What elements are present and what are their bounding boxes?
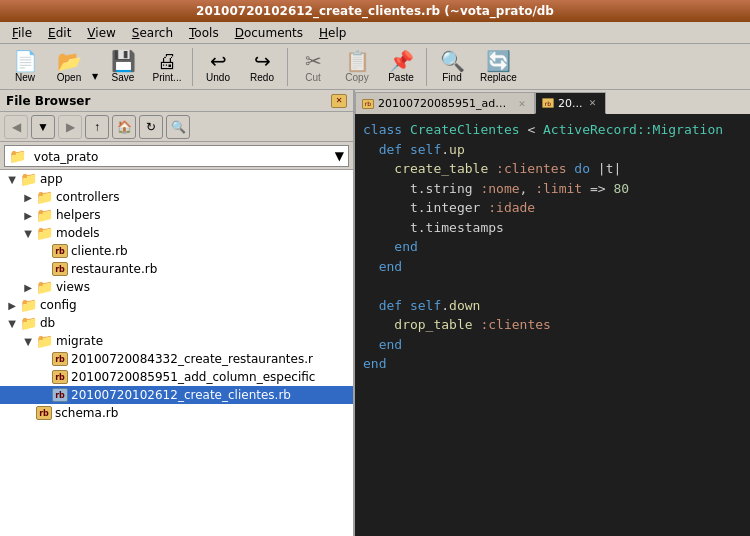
file-browser-header: File Browser ✕ [0, 90, 353, 112]
tab-ruby-icon-1: rb [362, 99, 374, 109]
code-line-1: class CreateClientes < ActiveRecord::Mig… [363, 120, 742, 140]
file-tree: ▼ 📁 app ▶ 📁 controllers ▶ 📁 helpers [0, 170, 353, 536]
print-icon: 🖨 [157, 51, 177, 71]
tree-label-file2: 20100720085951_add_column_especific [71, 370, 315, 384]
tree-arrow-schema [20, 408, 36, 419]
editor-tab-1[interactable]: rb 20100720085951_add_...idade_restauran… [355, 92, 535, 114]
tree-arrow-controllers[interactable]: ▶ [20, 192, 36, 203]
tree-item-config[interactable]: ▶ 📁 config [0, 296, 353, 314]
code-line-7: end [363, 237, 742, 257]
location-folder-icon: 📁 [9, 148, 26, 164]
new-icon: 📄 [13, 51, 38, 71]
tab-close-1[interactable]: ✕ [516, 98, 528, 110]
file-icon-file3: rb [52, 387, 68, 403]
tree-arrow-config[interactable]: ▶ [4, 300, 20, 311]
file-icon-restaurante: rb [52, 261, 68, 277]
title-bar: 20100720102612_create_clientes.rb (~vota… [0, 0, 750, 22]
new-button[interactable]: 📄 New [4, 46, 46, 88]
tree-item-schema[interactable]: rb schema.rb [0, 404, 353, 422]
tree-item-app[interactable]: ▼ 📁 app [0, 170, 353, 188]
menu-edit[interactable]: Edit [40, 24, 79, 42]
tree-item-file1[interactable]: rb 20100720084332_create_restaurantes.r [0, 350, 353, 368]
tree-item-helpers[interactable]: ▶ 📁 helpers [0, 206, 353, 224]
nav-home-button[interactable]: 🏠 [112, 115, 136, 139]
save-button[interactable]: 💾 Save [102, 46, 144, 88]
tree-arrow-restaurante [36, 264, 52, 275]
nav-up-button[interactable]: ↑ [85, 115, 109, 139]
tab-label-1: 20100720085951_add_...idade_restaurante.… [378, 97, 512, 110]
print-button[interactable]: 🖨 Print... [146, 46, 188, 88]
tree-item-file2[interactable]: rb 20100720085951_add_column_especific [0, 368, 353, 386]
code-line-3: create_table :clientes do |t| [363, 159, 742, 179]
cut-button[interactable]: ✂ Cut [292, 46, 334, 88]
code-line-8: end [363, 257, 742, 277]
file-browser-panel: File Browser ✕ ◀ ▼ ▶ ↑ 🏠 ↻ 🔍 📁 vota_prat… [0, 90, 355, 536]
tree-label-cliente: cliente.rb [71, 244, 128, 258]
folder-icon-helpers: 📁 [36, 207, 53, 223]
folder-icon-views: 📁 [36, 279, 53, 295]
tree-label-config: config [40, 298, 77, 312]
file-browser-close-button[interactable]: ✕ [331, 94, 347, 108]
tree-arrow-migrate[interactable]: ▼ [20, 336, 36, 347]
open-button[interactable]: 📂 Open [48, 46, 90, 88]
undo-button[interactable]: ↩ Undo [197, 46, 239, 88]
file-icon-schema: rb [36, 405, 52, 421]
menu-file[interactable]: File [4, 24, 40, 42]
tree-label-file3: 20100720102612_create_clientes.rb [71, 388, 291, 402]
tree-arrow-helpers[interactable]: ▶ [20, 210, 36, 221]
editor-panel: rb 20100720085951_add_...idade_restauran… [355, 90, 750, 536]
nav-forward-button[interactable]: ▶ [58, 115, 82, 139]
tree-label-restaurante: restaurante.rb [71, 262, 157, 276]
file-icon-file1: rb [52, 351, 68, 367]
tree-arrow-cliente [36, 246, 52, 257]
paste-icon: 📌 [389, 51, 414, 71]
code-line-4: t.string :nome, :limit => 80 [363, 179, 742, 199]
paste-button[interactable]: 📌 Paste [380, 46, 422, 88]
location-arrow: ▼ [335, 149, 344, 163]
code-area[interactable]: class CreateClientes < ActiveRecord::Mig… [355, 114, 750, 536]
copy-button[interactable]: 📋 Copy [336, 46, 378, 88]
menu-search[interactable]: Search [124, 24, 181, 42]
tree-label-migrate: migrate [56, 334, 103, 348]
tree-item-controllers[interactable]: ▶ 📁 controllers [0, 188, 353, 206]
tree-item-cliente[interactable]: rb cliente.rb [0, 242, 353, 260]
tree-arrow-models[interactable]: ▼ [20, 228, 36, 239]
nav-refresh-button[interactable]: ↻ [139, 115, 163, 139]
folder-icon-migrate: 📁 [36, 333, 53, 349]
tab-label-2: 20... [558, 97, 583, 110]
tree-item-file3[interactable]: rb 20100720102612_create_clientes.rb [0, 386, 353, 404]
tree-item-restaurante[interactable]: rb restaurante.rb [0, 260, 353, 278]
redo-button[interactable]: ↪ Redo [241, 46, 283, 88]
tree-arrow-file2 [36, 372, 52, 383]
menu-help[interactable]: Help [311, 24, 354, 42]
nav-search-button[interactable]: 🔍 [166, 115, 190, 139]
tree-arrow-db[interactable]: ▼ [4, 318, 20, 329]
menu-view[interactable]: View [79, 24, 123, 42]
open-button-group: 📂 Open ▼ [48, 46, 100, 88]
tree-item-views[interactable]: ▶ 📁 views [0, 278, 353, 296]
tree-item-migrate[interactable]: ▼ 📁 migrate [0, 332, 353, 350]
tree-label-file1: 20100720084332_create_restaurantes.r [71, 352, 313, 366]
nav-dropdown-button[interactable]: ▼ [31, 115, 55, 139]
tree-item-models[interactable]: ▼ 📁 models [0, 224, 353, 242]
editor-tabs: rb 20100720085951_add_...idade_restauran… [355, 90, 750, 114]
menu-documents[interactable]: Documents [227, 24, 311, 42]
main-area: File Browser ✕ ◀ ▼ ▶ ↑ 🏠 ↻ 🔍 📁 vota_prat… [0, 90, 750, 536]
replace-button[interactable]: 🔄 Replace [475, 46, 522, 88]
tab-close-2[interactable]: ✕ [587, 97, 599, 109]
toolbar-divider-2 [287, 48, 288, 86]
tree-label-controllers: controllers [56, 190, 120, 204]
nav-back-button[interactable]: ◀ [4, 115, 28, 139]
toolbar: 📄 New 📂 Open ▼ 💾 Save 🖨 Print... ↩ Undo … [0, 44, 750, 90]
editor-tab-2[interactable]: rb 20... ✕ [535, 92, 606, 114]
tree-arrow-app[interactable]: ▼ [4, 174, 20, 185]
tab-ruby-icon-2: rb [542, 98, 554, 108]
tree-arrow-views[interactable]: ▶ [20, 282, 36, 293]
file-icon-cliente: rb [52, 243, 68, 259]
open-dropdown-arrow[interactable]: ▼ [90, 46, 100, 88]
location-dropdown[interactable]: 📁 vota_prato ▼ [4, 145, 349, 167]
tree-item-db[interactable]: ▼ 📁 db [0, 314, 353, 332]
toolbar-divider-3 [426, 48, 427, 86]
find-button[interactable]: 🔍 Find [431, 46, 473, 88]
menu-tools[interactable]: Tools [181, 24, 227, 42]
